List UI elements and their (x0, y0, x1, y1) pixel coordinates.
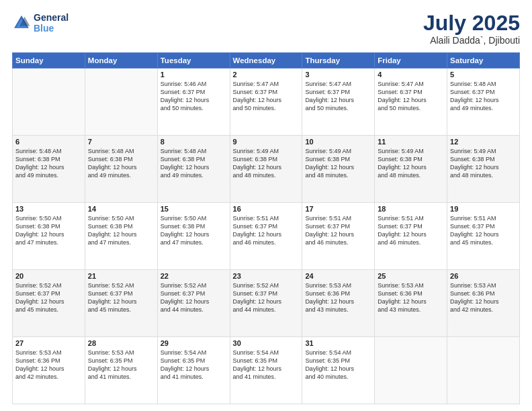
calendar-day-cell (447, 337, 520, 404)
day-number: 22 (161, 272, 227, 280)
calendar-day-cell: 9Sunrise: 5:49 AM Sunset: 6:38 PM Daylig… (230, 136, 302, 203)
calendar-header-sunday: Sunday (13, 53, 85, 68)
calendar-day-cell: 26Sunrise: 5:53 AM Sunset: 6:36 PM Dayli… (447, 270, 520, 337)
day-number: 17 (305, 205, 371, 213)
day-info: Sunrise: 5:52 AM Sunset: 6:37 PM Dayligh… (88, 281, 154, 314)
calendar-day-cell: 31Sunrise: 5:54 AM Sunset: 6:35 PM Dayli… (302, 337, 375, 404)
day-info: Sunrise: 5:48 AM Sunset: 6:38 PM Dayligh… (161, 147, 227, 180)
calendar-day-cell: 12Sunrise: 5:49 AM Sunset: 6:38 PM Dayli… (447, 136, 520, 203)
calendar-day-cell: 10Sunrise: 5:49 AM Sunset: 6:38 PM Dayli… (302, 136, 375, 203)
logo: General Blue (12, 12, 69, 34)
day-number: 5 (450, 71, 517, 79)
day-number: 25 (378, 272, 444, 280)
day-number: 8 (161, 138, 227, 146)
calendar-day-cell: 11Sunrise: 5:49 AM Sunset: 6:38 PM Dayli… (375, 136, 447, 203)
calendar-day-cell: 30Sunrise: 5:54 AM Sunset: 6:35 PM Dayli… (230, 337, 302, 404)
calendar-day-cell (85, 68, 157, 136)
day-info: Sunrise: 5:47 AM Sunset: 6:37 PM Dayligh… (305, 80, 371, 113)
calendar-day-cell: 24Sunrise: 5:53 AM Sunset: 6:36 PM Dayli… (302, 270, 375, 337)
calendar-header-wednesday: Wednesday (230, 53, 302, 68)
day-number: 7 (88, 138, 154, 146)
calendar-day-cell: 23Sunrise: 5:52 AM Sunset: 6:37 PM Dayli… (230, 270, 302, 337)
calendar-day-cell: 17Sunrise: 5:51 AM Sunset: 6:37 PM Dayli… (302, 203, 375, 270)
calendar-day-cell: 4Sunrise: 5:47 AM Sunset: 6:37 PM Daylig… (375, 68, 447, 136)
calendar-day-cell: 14Sunrise: 5:50 AM Sunset: 6:38 PM Dayli… (85, 203, 157, 270)
day-number: 9 (233, 138, 300, 146)
day-number: 1 (161, 71, 227, 79)
day-info: Sunrise: 5:48 AM Sunset: 6:38 PM Dayligh… (88, 147, 154, 180)
day-info: Sunrise: 5:53 AM Sunset: 6:36 PM Dayligh… (378, 281, 444, 314)
day-number: 6 (15, 138, 82, 146)
day-info: Sunrise: 5:54 AM Sunset: 6:35 PM Dayligh… (161, 349, 227, 381)
day-number: 14 (88, 205, 154, 213)
calendar-day-cell: 29Sunrise: 5:54 AM Sunset: 6:35 PM Dayli… (157, 337, 230, 404)
day-number: 29 (161, 339, 227, 347)
day-number: 20 (15, 272, 82, 280)
calendar-table: SundayMondayTuesdayWednesdayThursdayFrid… (12, 52, 520, 404)
day-info: Sunrise: 5:51 AM Sunset: 6:37 PM Dayligh… (233, 214, 300, 247)
day-number: 27 (15, 339, 82, 347)
day-info: Sunrise: 5:52 AM Sunset: 6:37 PM Dayligh… (15, 281, 82, 314)
day-info: Sunrise: 5:53 AM Sunset: 6:36 PM Dayligh… (15, 349, 82, 381)
day-number: 16 (233, 205, 300, 213)
day-info: Sunrise: 5:49 AM Sunset: 6:38 PM Dayligh… (305, 147, 371, 180)
day-info: Sunrise: 5:49 AM Sunset: 6:38 PM Dayligh… (378, 147, 444, 180)
day-number: 28 (88, 339, 154, 347)
calendar-day-cell: 22Sunrise: 5:52 AM Sunset: 6:37 PM Dayli… (157, 270, 230, 337)
calendar-day-cell: 13Sunrise: 5:50 AM Sunset: 6:38 PM Dayli… (13, 203, 85, 270)
calendar-day-cell: 3Sunrise: 5:47 AM Sunset: 6:37 PM Daylig… (302, 68, 375, 136)
calendar-day-cell: 8Sunrise: 5:48 AM Sunset: 6:38 PM Daylig… (157, 136, 230, 203)
day-info: Sunrise: 5:53 AM Sunset: 6:36 PM Dayligh… (305, 281, 371, 314)
day-info: Sunrise: 5:48 AM Sunset: 6:37 PM Dayligh… (450, 80, 517, 113)
day-info: Sunrise: 5:50 AM Sunset: 6:38 PM Dayligh… (88, 214, 154, 247)
day-number: 12 (450, 138, 517, 146)
day-info: Sunrise: 5:53 AM Sunset: 6:36 PM Dayligh… (450, 281, 517, 314)
calendar-day-cell: 15Sunrise: 5:50 AM Sunset: 6:38 PM Dayli… (157, 203, 230, 270)
calendar-day-cell: 20Sunrise: 5:52 AM Sunset: 6:37 PM Dayli… (13, 270, 85, 337)
day-number: 23 (233, 272, 300, 280)
day-info: Sunrise: 5:54 AM Sunset: 6:35 PM Dayligh… (233, 349, 300, 381)
month-title: July 2025 (423, 12, 520, 34)
day-number: 15 (161, 205, 227, 213)
calendar-day-cell (375, 337, 447, 404)
calendar-week-row: 20Sunrise: 5:52 AM Sunset: 6:37 PM Dayli… (13, 270, 520, 337)
calendar-week-row: 13Sunrise: 5:50 AM Sunset: 6:38 PM Dayli… (13, 203, 520, 270)
calendar-week-row: 1Sunrise: 5:46 AM Sunset: 6:37 PM Daylig… (13, 68, 520, 136)
day-info: Sunrise: 5:51 AM Sunset: 6:37 PM Dayligh… (450, 214, 517, 247)
title-block: July 2025 Alaili Dadda`, Djibouti (423, 12, 520, 46)
day-number: 24 (305, 272, 371, 280)
day-info: Sunrise: 5:54 AM Sunset: 6:35 PM Dayligh… (305, 349, 371, 381)
calendar-header-monday: Monday (85, 53, 157, 68)
calendar-header-thursday: Thursday (302, 53, 375, 68)
day-info: Sunrise: 5:48 AM Sunset: 6:38 PM Dayligh… (15, 147, 82, 180)
calendar-header-tuesday: Tuesday (157, 53, 230, 68)
day-number: 19 (450, 205, 517, 213)
day-info: Sunrise: 5:49 AM Sunset: 6:38 PM Dayligh… (450, 147, 517, 180)
logo-icon (12, 13, 31, 32)
calendar-day-cell: 1Sunrise: 5:46 AM Sunset: 6:37 PM Daylig… (157, 68, 230, 136)
day-number: 11 (378, 138, 444, 146)
page: General Blue July 2025 Alaili Dadda`, Dj… (0, 0, 532, 411)
calendar-header-saturday: Saturday (447, 53, 520, 68)
calendar-day-cell: 25Sunrise: 5:53 AM Sunset: 6:36 PM Dayli… (375, 270, 447, 337)
calendar-day-cell: 16Sunrise: 5:51 AM Sunset: 6:37 PM Dayli… (230, 203, 302, 270)
day-info: Sunrise: 5:52 AM Sunset: 6:37 PM Dayligh… (161, 281, 227, 314)
calendar-day-cell: 2Sunrise: 5:47 AM Sunset: 6:37 PM Daylig… (230, 68, 302, 136)
day-info: Sunrise: 5:49 AM Sunset: 6:38 PM Dayligh… (233, 147, 300, 180)
day-info: Sunrise: 5:52 AM Sunset: 6:37 PM Dayligh… (233, 281, 300, 314)
calendar-day-cell: 5Sunrise: 5:48 AM Sunset: 6:37 PM Daylig… (447, 68, 520, 136)
calendar-day-cell: 7Sunrise: 5:48 AM Sunset: 6:38 PM Daylig… (85, 136, 157, 203)
day-info: Sunrise: 5:51 AM Sunset: 6:37 PM Dayligh… (305, 214, 371, 247)
calendar-day-cell: 6Sunrise: 5:48 AM Sunset: 6:38 PM Daylig… (13, 136, 85, 203)
day-number: 31 (305, 339, 371, 347)
calendar-day-cell (13, 68, 85, 136)
calendar-header-friday: Friday (375, 53, 447, 68)
location-title: Alaili Dadda`, Djibouti (423, 35, 520, 46)
day-info: Sunrise: 5:53 AM Sunset: 6:35 PM Dayligh… (88, 349, 154, 381)
day-number: 21 (88, 272, 154, 280)
day-info: Sunrise: 5:51 AM Sunset: 6:37 PM Dayligh… (378, 214, 444, 247)
logo-text: General Blue (34, 12, 69, 34)
day-number: 3 (305, 71, 371, 79)
calendar-header-row: SundayMondayTuesdayWednesdayThursdayFrid… (13, 53, 520, 68)
day-number: 26 (450, 272, 517, 280)
